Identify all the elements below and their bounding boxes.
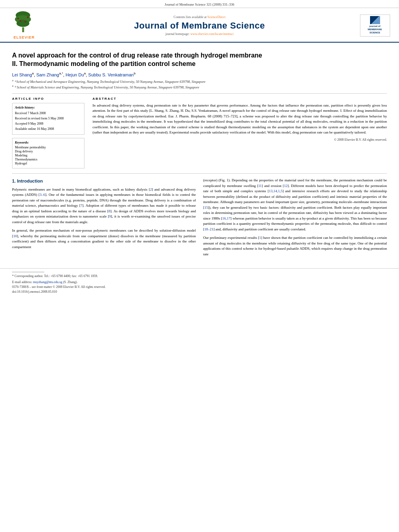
journal-logo-icon: [370, 16, 380, 24]
keyword-2: Drug delivery: [15, 150, 82, 153]
body-left-col: 1. Introduction Polymeric membranes are …: [12, 178, 196, 260]
svg-point-3: [16, 20, 29, 27]
body-right-col: (receptor) (Fig. 1). Depending on the pr…: [203, 178, 387, 260]
keyword-3: Modeling: [15, 154, 82, 157]
journal-logo-area: journal ofMEMBRANESCIENCE: [359, 14, 391, 37]
body-content: 1. Introduction Polymeric membranes are …: [12, 178, 387, 260]
email-label: E-mail address:: [12, 280, 32, 284]
journal-citation-bar: Journal of Membrane Science 321 (2008) 3…: [0, 0, 399, 8]
available-date: Available online 16 May 2008: [15, 127, 82, 131]
footer-area: * Corresponding author. Tel.: +65 6790 4…: [0, 268, 399, 298]
sciencedirect-line: Contents lists available at ScienceDirec…: [40, 15, 359, 19]
article-title: A novel approach for the control of drug…: [12, 51, 387, 68]
elsevier-logo-area: ELSEVIER: [8, 11, 40, 39]
elsevier-tree-icon: [10, 11, 38, 33]
intro-heading: 1. Introduction: [12, 178, 196, 185]
author-lei-shang: Lei Shang: [12, 72, 32, 77]
keyword-1: Membrane permeability: [15, 146, 82, 149]
svg-point-5: [27, 16, 29, 18]
email-suffix: (S. Zhang).: [63, 280, 78, 284]
affiliations: a ᵃ School of Mechanical and Aerospace E…: [12, 79, 387, 90]
history-title: Article history:: [15, 106, 82, 109]
journal-title-area: Contents lists available at ScienceDirec…: [40, 15, 359, 36]
revised-date: Received in revised form 5 May 2008: [15, 116, 82, 121]
main-content: A novel approach for the control of drug…: [0, 43, 399, 264]
page: Journal of Membrane Science 321 (2008) 3…: [0, 0, 399, 532]
ref-12[interactable]: 12: [284, 184, 288, 188]
keywords-box: Keywords: Membrane permeability Drug del…: [12, 138, 84, 168]
info-abstract-section: ARTICLE INFO Article history: Received 7…: [12, 97, 387, 169]
svg-point-7: [20, 20, 21, 22]
accepted-date: Accepted 9 May 2008: [15, 121, 82, 126]
ref-15[interactable]: 15: [204, 205, 208, 210]
email-address[interactable]: msyzhang@ntu.edu.sg: [33, 280, 62, 284]
sciencedirect-link[interactable]: ScienceDirect: [208, 15, 226, 19]
ref-11[interactable]: 11: [258, 184, 262, 188]
corresponding-author-note: * Corresponding author. Tel.: +65 6790 4…: [12, 274, 387, 279]
contents-text: Contents lists available at: [174, 15, 208, 19]
article-history-box: Article history: Received 7 March 2008 R…: [12, 103, 84, 135]
ref-2[interactable]: 2: [150, 187, 152, 191]
abstract-label: ABSTRACT: [93, 97, 387, 101]
issn-note: 0376-7388/$ – see front matter © 2008 El…: [12, 285, 387, 290]
svg-point-6: [25, 21, 26, 23]
divider-2: [12, 173, 387, 174]
homepage-label: journal homepage:: [165, 32, 190, 36]
footer-divider: [12, 272, 44, 272]
authors-line: Lei Shanga, Sam Zhanga,*, Hejun Dua, Sub…: [12, 72, 387, 77]
journal-name: Journal of Membrane Science: [40, 21, 359, 31]
email-note: E-mail address: msyzhang@ntu.edu.sg (S. …: [12, 280, 387, 285]
ref-16-17[interactable]: 16,17: [222, 216, 230, 220]
doi-note: doi:10.1016/j.memsci.2008.05.010: [12, 290, 387, 294]
article-info-label: ARTICLE INFO: [12, 97, 84, 101]
divider-1: [12, 93, 387, 94]
ref-9[interactable]: 9: [109, 214, 111, 218]
homepage-line: journal homepage: www.elsevier.com/locat…: [40, 32, 359, 36]
intro-para-2: In general, the permeation mechanism of …: [12, 228, 196, 250]
ref-8[interactable]: 8: [109, 209, 111, 213]
ref-7[interactable]: 7: [80, 203, 82, 207]
right-para-2: Our preliminary experimental results [1]…: [203, 235, 387, 257]
affiliation-a: a ᵃ School of Mechanical and Aerospace E…: [12, 79, 387, 84]
right-para-1: (receptor) (Fig. 1). Depending on the pr…: [203, 178, 387, 232]
journal-logo-box: journal ofMEMBRANESCIENCE: [360, 14, 390, 37]
abstract-column: ABSTRACT In advanced drug delivery syste…: [93, 97, 387, 169]
svg-point-4: [17, 18, 19, 19]
svg-rect-0: [22, 27, 24, 32]
ref-3-6[interactable]: 3–6: [40, 193, 45, 197]
journal-header: ELSEVIER Contents lists available at Sci…: [0, 8, 399, 43]
copyright-line: © 2008 Elsevier B.V. All rights reserved…: [93, 138, 387, 142]
keyword-4: Thermodynamics: [15, 158, 82, 161]
article-info-column: ARTICLE INFO Article history: Received 7…: [12, 97, 84, 169]
intro-para-1: Polymeric membranes are found in many bi…: [12, 187, 196, 225]
homepage-link[interactable]: www.elsevier.com/locate/memsci: [190, 32, 233, 36]
abstract-text: In advanced drug delivery systems, drug …: [93, 103, 387, 136]
journal-citation: Journal of Membrane Science 321 (2008) 3…: [165, 2, 234, 6]
author-subbu: Subbu S. Venkatraman: [88, 72, 134, 77]
received-date: Received 7 March 2008: [15, 111, 82, 115]
ref-18-21[interactable]: 18–21: [204, 227, 214, 231]
ref-13-14[interactable]: 13,14,1,5: [269, 189, 282, 193]
author-sam-zhang: Sam Zhang: [36, 72, 59, 77]
keywords-title: Keywords:: [15, 141, 82, 144]
journal-logo-text: journal ofMEMBRANESCIENCE: [368, 25, 382, 34]
affiliation-b: b ᵇ School of Materials Science and Engi…: [12, 84, 387, 90]
footer-note: * Corresponding author. Tel.: +65 6790 4…: [12, 274, 387, 294]
ref-1[interactable]: 1: [259, 236, 261, 240]
ref-10[interactable]: 10: [13, 234, 17, 238]
keyword-5: Hydrogel: [15, 162, 82, 165]
author-hejun-du: Hejun Du: [66, 72, 84, 77]
elsevier-wordmark: ELSEVIER: [14, 35, 35, 39]
